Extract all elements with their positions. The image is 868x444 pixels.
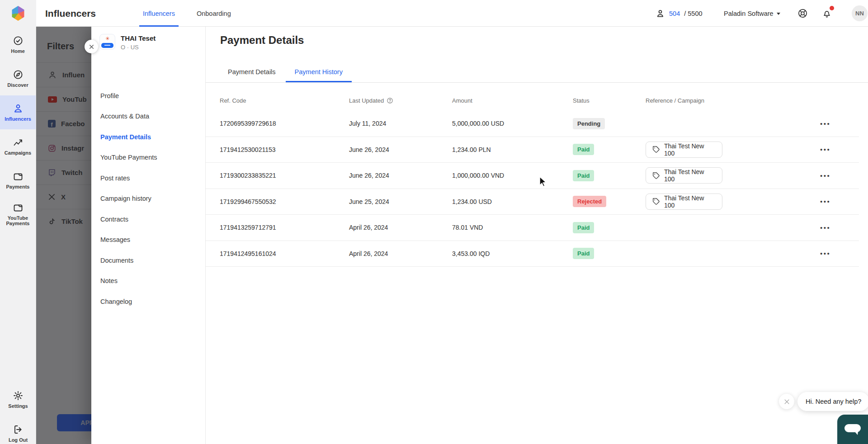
tab-influencers[interactable]: Influencers	[141, 0, 177, 27]
campaign-cell: Thai Test New 100	[646, 142, 818, 158]
tab-payment-details[interactable]: Payment Details	[219, 61, 285, 82]
sidebar-item-logout[interactable]: Log Out	[0, 416, 36, 444]
influencer-avatar: ✳	[99, 34, 115, 50]
life-buoy-help-icon	[797, 8, 808, 19]
profile-menu-item[interactable]: Changelog	[91, 291, 206, 312]
tab-payment-history[interactable]: Payment History	[286, 61, 352, 82]
influencer-detail-panel: ✳ THAI Teset O · US ProfileAccounts & Da…	[91, 27, 868, 444]
status-badge: Pending	[573, 118, 605, 129]
ref-code-cell: 1719413259712791	[220, 224, 349, 231]
more-dots-icon: •••	[820, 198, 830, 205]
profile-menu-item[interactable]: Profile	[91, 85, 206, 106]
profile-menu-item[interactable]: Contracts	[91, 209, 206, 230]
profile-menu-item[interactable]: Documents	[91, 250, 206, 271]
content-tabs: Payment Details Payment History	[219, 61, 352, 82]
org-dropdown[interactable]: Paladin Software	[724, 0, 780, 27]
question-circle-icon[interactable]	[387, 97, 393, 104]
col-amount: Amount	[452, 97, 573, 104]
close-icon	[783, 398, 790, 405]
last-updated-cell: June 26, 2024	[349, 172, 452, 179]
page-title: Influencers	[45, 0, 96, 27]
more-dots-icon: •••	[820, 120, 830, 128]
chat-dismiss-button[interactable]	[779, 394, 794, 409]
tag-icon	[652, 198, 660, 205]
notifications-button[interactable]	[820, 0, 834, 27]
sidebar-item-payments[interactable]: Payments	[0, 163, 36, 197]
ref-code-cell: 1719299467550532	[220, 198, 349, 205]
profile-menu-item[interactable]: YouTube Payments	[91, 147, 206, 168]
avatar-illustration: ✳	[105, 36, 109, 41]
status-cell: Paid	[573, 248, 646, 259]
row-actions-button[interactable]: •••	[818, 221, 832, 234]
profile-menu-item[interactable]: Campaign history	[91, 189, 206, 209]
status-cell: Rejected	[573, 196, 646, 207]
sidebar-item-discover[interactable]: Discover	[0, 61, 36, 95]
chat-launcher-button[interactable]	[837, 415, 868, 444]
sidebar: Home Discover Influencers Campaigns Paym…	[0, 27, 36, 444]
profile-menu-item[interactable]: Messages	[91, 230, 206, 250]
campaign-chip[interactable]: Thai Test New 100	[646, 142, 722, 158]
campaign-chip[interactable]: Thai Test New 100	[646, 194, 722, 210]
profile-menu-item[interactable]: Notes	[91, 271, 206, 292]
col-last-updated: Last Updated	[349, 97, 452, 104]
row-actions-button[interactable]: •••	[818, 169, 832, 182]
sidebar-item-settings[interactable]: Settings	[0, 383, 36, 416]
count-current-link[interactable]: 504	[669, 10, 680, 17]
status-badge: Rejected	[573, 196, 606, 207]
wallet-icon	[13, 202, 24, 213]
user-avatar[interactable]: NN	[852, 5, 868, 21]
campaign-cell: Thai Test New 100	[646, 167, 818, 184]
compass-icon	[13, 69, 24, 80]
amount-cell: 78.01 VND	[452, 224, 573, 231]
profile-menu-item[interactable]: Accounts & Data	[91, 106, 206, 127]
ref-code-cell: 1719412530021153	[220, 146, 349, 153]
status-cell: Pending	[573, 118, 646, 129]
last-updated-cell: April 26, 2024	[349, 250, 452, 257]
help-button[interactable]	[796, 0, 809, 27]
profile-menu-item[interactable]: Payment Details	[91, 127, 206, 147]
tag-icon	[652, 146, 660, 153]
influencer-count: 504 / 5500	[656, 0, 703, 27]
app-logo[interactable]	[0, 0, 36, 27]
close-panel-button[interactable]	[85, 40, 98, 53]
table-row: 1719413259712791 April 26, 2024 78.01 VN…	[206, 215, 859, 241]
row-actions-button[interactable]: •••	[818, 143, 832, 156]
person-icon	[13, 103, 24, 114]
sidebar-item-home[interactable]: Home	[0, 28, 36, 61]
sidebar-item-youtube-payments[interactable]: YouTube Payments	[0, 197, 36, 231]
home-check-icon	[13, 35, 24, 46]
amount-cell: 3,453.00 IQD	[452, 250, 573, 257]
ref-code-cell: 1720695399729618	[220, 120, 349, 127]
topbar: Influencers Influencers Onboarding 504 /…	[0, 0, 868, 27]
modal-overlay[interactable]	[36, 27, 91, 444]
topbar-tabs: Influencers Onboarding	[141, 0, 233, 27]
chevron-down-icon	[777, 13, 780, 15]
ref-code-cell: 1719300233835221	[220, 172, 349, 179]
chat-bubble-icon	[844, 424, 861, 435]
more-dots-icon: •••	[820, 224, 830, 231]
row-actions-button[interactable]: •••	[818, 117, 832, 130]
logout-icon	[13, 424, 24, 435]
last-updated-cell: June 26, 2024	[349, 146, 452, 153]
campaign-cell: Thai Test New 100	[646, 194, 818, 210]
row-actions-button[interactable]: •••	[818, 247, 832, 260]
campaign-chip[interactable]: Thai Test New 100	[646, 167, 722, 184]
status-cell: Paid	[573, 222, 646, 233]
table-header-row: Ref. Code Last Updated Amount Status Ref…	[206, 83, 859, 111]
last-updated-cell: April 26, 2024	[349, 224, 452, 231]
profile-menu-item[interactable]: Post rates	[91, 168, 206, 189]
col-reference-campaign: Reference / Campaign	[646, 97, 818, 104]
sidebar-item-campaigns[interactable]: Campaigns	[0, 129, 36, 163]
last-updated-cell: July 11, 2024	[349, 120, 452, 127]
status-cell: Paid	[573, 170, 646, 181]
app-root: Influencers Influencers Onboarding 504 /…	[0, 0, 868, 444]
person-icon	[656, 9, 665, 18]
payment-history-table: Ref. Code Last Updated Amount Status Ref…	[206, 83, 859, 267]
tab-onboarding[interactable]: Onboarding	[195, 0, 233, 27]
amount-cell: 1,234.00 USD	[452, 198, 573, 205]
influencer-name: THAI Teset	[121, 34, 156, 42]
row-actions-button[interactable]: •••	[818, 195, 832, 208]
sidebar-item-influencers[interactable]: Influencers	[0, 95, 36, 129]
chat-greeting-bubble[interactable]: Hi. Need any help?	[797, 392, 868, 411]
table-row: 1719412495161024 April 26, 2024 3,453.00…	[206, 241, 859, 267]
